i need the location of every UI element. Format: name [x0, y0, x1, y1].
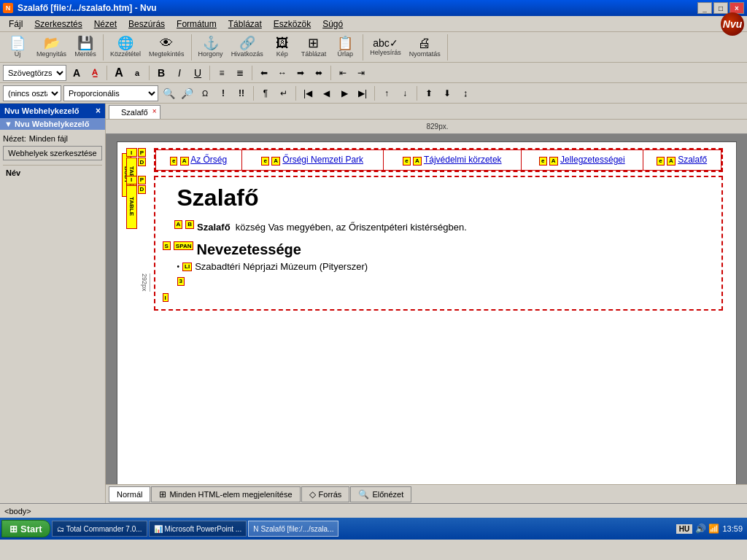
font-select[interactable]: Proporcionális: [63, 85, 158, 101]
zoom-out-button[interactable]: 🔎: [179, 85, 195, 101]
i-tag-2[interactable]: I: [126, 176, 137, 184]
indent-right[interactable]: ⇥: [353, 65, 369, 81]
table-nav-tag[interactable]: I: [126, 148, 137, 157]
new-button[interactable]: 📄 Új: [3, 34, 32, 61]
media-btn3[interactable]: ▶: [336, 85, 352, 101]
nav-link-3[interactable]: Jellegzetességei: [560, 155, 625, 165]
media-btn2[interactable]: ◀: [318, 85, 334, 101]
br-button[interactable]: ↵: [276, 85, 292, 101]
open-button[interactable]: 📂 Megnyitás: [33, 34, 70, 61]
p-tag-2[interactable]: P: [138, 176, 147, 184]
e-tag-2[interactable]: e: [403, 157, 410, 166]
underline-button[interactable]: U: [190, 65, 206, 81]
bold-button[interactable]: B: [153, 65, 169, 81]
spellcheck-button[interactable]: abc✓ Helyesírás: [366, 34, 405, 61]
align-left[interactable]: ⬅: [256, 65, 272, 81]
a-tag-2[interactable]: A: [413, 157, 422, 166]
editor-tab[interactable]: Szalafő ×: [109, 105, 160, 119]
italic-button[interactable]: I: [171, 65, 187, 81]
tab-bar: Szalafő ×: [106, 104, 747, 120]
form-button[interactable]: 📋 Űrlap: [330, 34, 360, 61]
font-size-down[interactable]: a: [129, 65, 145, 81]
e-tag-0[interactable]: e: [170, 157, 177, 166]
a-tag-4[interactable]: A: [667, 157, 676, 166]
menu-format[interactable]: Formátum: [171, 18, 222, 31]
start-button[interactable]: ⊞ Start: [1, 520, 50, 537]
image-button[interactable]: 🖼 Kép: [268, 34, 297, 61]
table-button[interactable]: ⊞ Táblázat: [298, 34, 330, 61]
extra-btn3[interactable]: ↨: [457, 85, 473, 101]
print-button[interactable]: 🖨 Nyomtatás: [406, 34, 444, 61]
menu-help[interactable]: Súgó: [317, 18, 349, 31]
num-tag[interactable]: 3: [177, 277, 185, 286]
excl-button[interactable]: !: [215, 85, 231, 101]
nav-link-1[interactable]: Őrségi Nemzeti Park: [282, 155, 363, 165]
menu-tools[interactable]: Eszközök: [268, 18, 317, 31]
nav-link-2[interactable]: Tájvédelmi körzetek: [424, 155, 502, 165]
menu-table[interactable]: Táblázat: [222, 18, 268, 31]
tab-preview[interactable]: 🔍 Előnézet: [350, 486, 411, 502]
a-tag-para[interactable]: A: [174, 220, 183, 229]
maximize-button[interactable]: □: [713, 2, 728, 14]
para-button[interactable]: ¶: [258, 85, 274, 101]
menu-insert[interactable]: Beszúrás: [123, 18, 171, 31]
taskbar-item-2[interactable]: N Szalafő [file:/.../szala...: [248, 521, 338, 537]
text-color-button[interactable]: A: [69, 65, 85, 81]
window-controls[interactable]: _ □ ×: [697, 2, 744, 14]
up-button[interactable]: ↑: [379, 85, 395, 101]
tab-normal[interactable]: Normál: [109, 486, 150, 502]
d-tag-2[interactable]: D: [138, 185, 147, 194]
nav-link-4[interactable]: Szalafő: [678, 155, 707, 165]
align-right[interactable]: ➡: [293, 65, 309, 81]
down-button[interactable]: ↓: [397, 85, 413, 101]
taskbar-item-0[interactable]: 🗂 Total Commander 7.0...: [52, 521, 147, 537]
anchor-button[interactable]: ⚓ Horgony: [195, 34, 227, 61]
font-size-up[interactable]: A: [111, 65, 127, 81]
link-button[interactable]: 🔗 Hivatkozás: [228, 34, 267, 61]
tab-html-elements[interactable]: ⊞ Minden HTML-elem megjelenítése: [151, 486, 300, 502]
extra-btn1[interactable]: ⬆: [421, 85, 437, 101]
save-button[interactable]: 💾 Mentés: [71, 34, 100, 61]
p-tag-1[interactable]: P: [138, 148, 147, 157]
a-tag-3[interactable]: A: [549, 157, 558, 166]
tab-close-icon[interactable]: ×: [152, 107, 157, 115]
menu-view[interactable]: Nézet: [88, 18, 123, 31]
menu-edit[interactable]: Szerkesztés: [28, 18, 88, 31]
e-tag-4[interactable]: e: [657, 157, 664, 166]
editor-viewport[interactable]: 829px. BODY 292px I TABLE: [106, 120, 747, 484]
taskbar-item-1[interactable]: 📊 Microsoft PowerPoint ...: [149, 521, 247, 537]
extra-btn2[interactable]: ⬇: [439, 85, 455, 101]
class-select[interactable]: (nincs osztály): [3, 85, 61, 101]
style-select[interactable]: Szövegtörzs: [3, 65, 66, 81]
highlight-button[interactable]: A̲: [87, 65, 103, 81]
indent-left[interactable]: ⇤: [335, 65, 351, 81]
ol-button[interactable]: ≡: [214, 65, 230, 81]
dbl-excl-button[interactable]: !!: [233, 85, 249, 101]
nav-link-0[interactable]: Az Őrség: [190, 155, 227, 165]
e-tag-1[interactable]: e: [261, 157, 268, 166]
preview-button[interactable]: 👁 Megtekintés: [145, 34, 188, 61]
a-tag-1[interactable]: A: [271, 157, 280, 166]
a-tag-0[interactable]: A: [180, 157, 189, 166]
s-tag-heading[interactable]: S: [163, 241, 171, 250]
edit-sites-button[interactable]: Webhelyek szerkesztése: [3, 146, 102, 160]
d-tag-1[interactable]: D: [138, 158, 147, 166]
ul-button[interactable]: ≣: [232, 65, 248, 81]
menu-file[interactable]: Fájl: [3, 18, 28, 31]
publish-button[interactable]: 🌐 Közzététel: [107, 34, 144, 61]
tab-source[interactable]: ◇ Forrás: [301, 486, 350, 502]
align-center[interactable]: ↔: [274, 65, 290, 81]
align-justify[interactable]: ⬌: [311, 65, 327, 81]
b-tag-para[interactable]: B: [185, 220, 194, 229]
sidebar-close-button[interactable]: ×: [96, 106, 101, 116]
special-char-button[interactable]: Ω: [197, 85, 213, 101]
span-tag-heading[interactable]: SPAN: [174, 241, 194, 250]
i-tag-bottom[interactable]: I: [163, 293, 169, 302]
li-tag[interactable]: LI: [182, 262, 192, 271]
media-btn1[interactable]: |◀: [300, 85, 316, 101]
zoom-button[interactable]: 🔍: [160, 85, 177, 101]
media-btn4[interactable]: ▶|: [355, 85, 371, 101]
e-tag-3[interactable]: e: [539, 157, 546, 166]
table-tag-2[interactable]: TABLE: [126, 185, 137, 229]
minimize-button[interactable]: _: [697, 2, 712, 14]
